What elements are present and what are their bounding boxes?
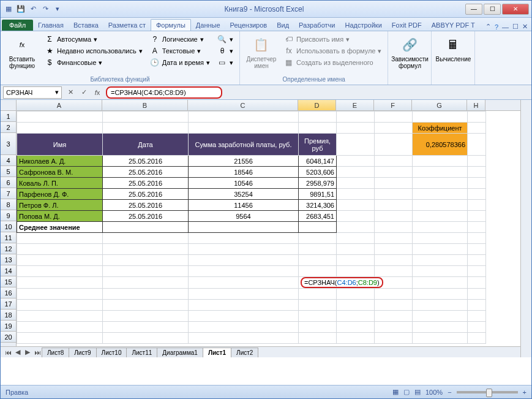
row-8[interactable]: 8: [1, 199, 16, 210]
logical-button[interactable]: ?Логические ▾: [148, 34, 212, 45]
select-all-corner[interactable]: [1, 100, 17, 110]
cancel-formula-button[interactable]: ✕: [64, 86, 77, 99]
row-5[interactable]: 5: [1, 166, 16, 177]
more-button[interactable]: ▭▾: [215, 57, 236, 68]
sheet-tab[interactable]: Лист10: [96, 348, 127, 357]
define-name-button[interactable]: 🏷Присвоить имя ▾: [282, 34, 384, 45]
excel-icon[interactable]: ▦: [3, 4, 14, 15]
chevron-down-icon[interactable]: ▾: [55, 88, 59, 96]
sheet-tab-active[interactable]: Лист1: [203, 348, 231, 357]
col-C[interactable]: C: [188, 100, 298, 110]
view-normal-icon[interactable]: ▦: [392, 388, 399, 396]
help-icon[interactable]: ?: [495, 23, 498, 31]
sheet-tab[interactable]: Лист8: [42, 348, 69, 357]
fx-button[interactable]: fx: [91, 86, 103, 99]
tab-file[interactable]: Файл: [2, 20, 33, 31]
row-18[interactable]: 18: [1, 310, 16, 321]
row-9[interactable]: 9: [1, 210, 16, 221]
zoom-slider[interactable]: [457, 391, 518, 393]
col-B[interactable]: B: [102, 100, 188, 110]
row-13[interactable]: 13: [1, 254, 16, 265]
zoom-in-button[interactable]: +: [523, 389, 526, 396]
zoom-out-button[interactable]: −: [448, 389, 451, 396]
money-icon: $: [45, 58, 54, 67]
tab-foxit[interactable]: Foxit PDF: [387, 20, 427, 31]
insert-function-button[interactable]: fx Вставить функцию: [4, 32, 40, 69]
col-F[interactable]: F: [374, 100, 412, 110]
save-icon[interactable]: 💾: [15, 4, 26, 15]
col-E[interactable]: E: [336, 100, 374, 110]
row-1[interactable]: 1: [1, 111, 16, 122]
row-15[interactable]: 15: [1, 276, 16, 287]
tab-nav-prev[interactable]: ◀: [13, 348, 23, 357]
maximize-button[interactable]: ☐: [484, 4, 501, 15]
row-3[interactable]: 3: [1, 133, 16, 155]
redo-icon[interactable]: ↷: [40, 4, 51, 15]
minimize-button[interactable]: —: [465, 4, 482, 15]
row-20[interactable]: 20: [1, 332, 16, 343]
spreadsheet-grid[interactable]: A B C D E F G H 1 2 3 4 5 6 7 8 9 10 11 …: [1, 100, 531, 357]
vertical-scrollbar[interactable]: [520, 100, 531, 357]
tab-view[interactable]: Вид: [272, 20, 294, 31]
close-button[interactable]: ✕: [502, 4, 529, 15]
calculation-button[interactable]: 🖩 Вычисление: [435, 32, 471, 63]
tab-addins[interactable]: Надстройки: [340, 20, 386, 31]
sheet-tab[interactable]: Лист9: [69, 348, 96, 357]
qat-more-icon[interactable]: ▾: [52, 4, 63, 15]
tab-nav-next[interactable]: ▶: [23, 348, 32, 357]
text-button[interactable]: AТекстовые ▾: [148, 45, 212, 56]
col-D[interactable]: D: [298, 100, 336, 110]
zoom-level[interactable]: 100%: [425, 389, 443, 396]
view-break-icon[interactable]: ▤: [414, 388, 421, 396]
ribbon-group-defined-names: 📋 Диспетчер имен 🏷Присвоить имя ▾ fxИспо…: [240, 31, 389, 85]
tab-nav-last[interactable]: ⏭: [32, 348, 42, 357]
name-manager-button[interactable]: 📋 Диспетчер имен: [244, 32, 279, 69]
row-10[interactable]: 10: [1, 221, 16, 232]
row-16[interactable]: 16: [1, 287, 16, 298]
row-11[interactable]: 11: [1, 232, 16, 243]
undo-icon[interactable]: ↶: [28, 4, 39, 15]
financial-button[interactable]: $Финансовые ▾: [42, 57, 145, 68]
tab-home[interactable]: Главная: [33, 20, 69, 31]
create-from-selection-button[interactable]: ▦Создать из выделенного: [282, 57, 384, 68]
name-box[interactable]: СРЗНАЧ▾: [3, 86, 62, 99]
tab-review[interactable]: Рецензиров: [225, 20, 272, 31]
lookup-button[interactable]: 🔍▾: [215, 34, 236, 45]
tab-nav-first[interactable]: ⏮: [3, 348, 13, 357]
formula-input[interactable]: =СРЗНАЧ(C4:D6;C8:D9): [106, 86, 222, 99]
row-4[interactable]: 4: [1, 155, 16, 166]
tab-layout[interactable]: Разметка ст: [103, 20, 151, 31]
recent-button[interactable]: ★Недавно использовались ▾: [42, 45, 145, 56]
row-2[interactable]: 2: [1, 122, 16, 133]
row-17[interactable]: 17: [1, 298, 16, 310]
view-layout-icon[interactable]: ▢: [403, 388, 410, 396]
row-7[interactable]: 7: [1, 188, 16, 199]
col-A[interactable]: A: [17, 100, 102, 110]
accept-formula-button[interactable]: ✓: [78, 86, 90, 99]
sheet-tab[interactable]: Диаграмма1: [157, 348, 203, 357]
row-19[interactable]: 19: [1, 321, 16, 332]
tab-abbyy[interactable]: ABBYY PDF T: [427, 20, 480, 31]
sheet-tab[interactable]: Лист2: [231, 348, 258, 357]
col-G[interactable]: G: [412, 100, 467, 110]
tab-data[interactable]: Данные: [191, 20, 225, 31]
tab-insert[interactable]: Вставка: [69, 20, 103, 31]
row-14[interactable]: 14: [1, 265, 16, 276]
doc-restore-icon[interactable]: ☐: [512, 23, 519, 31]
use-in-formula-button[interactable]: fxИспользовать в формуле ▾: [282, 45, 384, 56]
tab-dev[interactable]: Разработчи: [294, 20, 340, 31]
datetime-button[interactable]: 🕒Дата и время ▾: [148, 57, 212, 68]
autosum-button[interactable]: ΣАвтосумма ▾: [42, 34, 145, 45]
row-12[interactable]: 12: [1, 243, 16, 254]
cells-table[interactable]: Коэффициент ИмяДатаСумма заработной плат…: [17, 111, 486, 344]
sheet-tab[interactable]: Лист11: [126, 348, 157, 357]
doc-close-icon[interactable]: ✕: [522, 23, 528, 31]
editing-cell[interactable]: =СРЗНАЧ(C4:D6;C8:D9) СРЗНАЧ(число1; [чис…: [299, 277, 413, 289]
formula-auditing-button[interactable]: 🔗 Зависимости формул: [392, 32, 427, 69]
doc-min-icon[interactable]: —: [502, 23, 509, 31]
tab-formulas[interactable]: Формулы: [151, 19, 191, 31]
row-6[interactable]: 6: [1, 177, 16, 188]
ribbon-minimize-icon[interactable]: ⌃: [485, 23, 491, 31]
math-button[interactable]: θ▾: [215, 45, 236, 56]
col-H[interactable]: H: [467, 100, 485, 110]
